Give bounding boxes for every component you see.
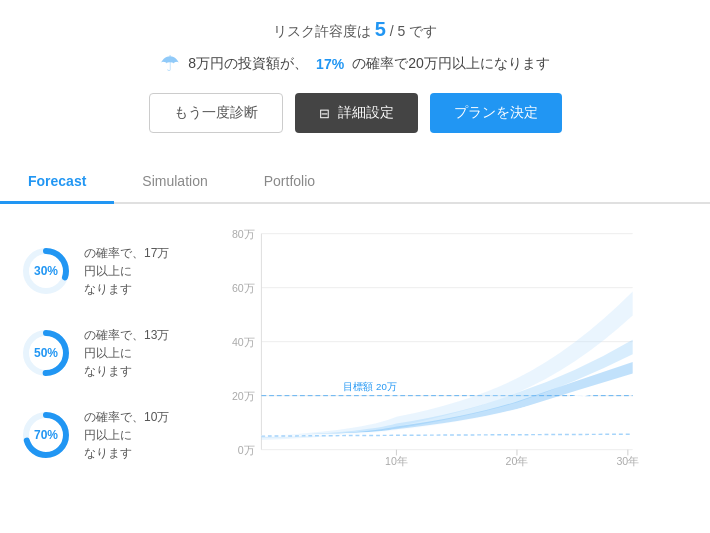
legend-item-70: 70% の確率で、10万円以上に なります xyxy=(20,408,170,462)
subtitle-prefix: 8万円の投資額が、 xyxy=(188,55,308,73)
donut-30: 30% xyxy=(20,245,72,297)
svg-text:40万: 40万 xyxy=(232,336,255,348)
donut-70: 70% xyxy=(20,409,72,461)
umbrella-icon: ☂ xyxy=(160,51,180,77)
legend-item-30: 30% の確率で、17万円以上に なります xyxy=(20,244,170,298)
risk-value: 5 xyxy=(375,18,386,40)
svg-text:20万: 20万 xyxy=(232,390,255,402)
top-section: リスク許容度は 5 / 5 です ☂ 8万円の投資額が、 17% の確率で20万… xyxy=(0,0,710,147)
sliders-icon: ⊟ xyxy=(319,106,330,121)
decide-button[interactable]: プランを決定 xyxy=(430,93,562,133)
tab-forecast[interactable]: Forecast xyxy=(0,161,114,204)
tab-portfolio[interactable]: Portfolio xyxy=(236,161,343,204)
subtitle-highlight: 17% xyxy=(316,56,344,72)
tab-simulation[interactable]: Simulation xyxy=(114,161,235,204)
subtitle-suffix: の確率で20万円以上になります xyxy=(352,55,550,73)
donut-label-50: 50% xyxy=(34,346,58,360)
svg-text:0万: 0万 xyxy=(238,444,255,456)
button-row: もう一度診断 ⊟ 詳細設定 プランを決定 xyxy=(20,93,690,133)
svg-text:20年: 20年 xyxy=(506,455,529,467)
donut-label-70: 70% xyxy=(34,428,58,442)
main-content: 30% の確率で、17万円以上に なります 50% の確率で、13万円以上に な… xyxy=(0,204,710,533)
forecast-chart: 80万 60万 40万 20万 0万 目標額 20万 xyxy=(190,224,680,494)
donut-label-30: 30% xyxy=(34,264,58,278)
legend-item-50: 50% の確率で、13万円以上に なります xyxy=(20,326,170,380)
legend-text-70: の確率で、10万円以上に なります xyxy=(84,408,170,462)
subtitle-row: ☂ 8万円の投資額が、 17% の確率で20万円以上になります xyxy=(20,51,690,77)
legend-text-30: の確率で、17万円以上に なります xyxy=(84,244,170,298)
legend-text-50: の確率で、13万円以上に なります xyxy=(84,326,170,380)
chart-column: 80万 60万 40万 20万 0万 目標額 20万 xyxy=(180,214,700,533)
settings-label: 詳細設定 xyxy=(338,104,394,122)
svg-text:80万: 80万 xyxy=(232,228,255,240)
risk-max: 5 xyxy=(398,23,406,39)
donut-50: 50% xyxy=(20,327,72,379)
settings-button[interactable]: ⊟ 詳細設定 xyxy=(295,93,418,133)
legend-column: 30% の確率で、17万円以上に なります 50% の確率で、13万円以上に な… xyxy=(10,214,180,533)
svg-text:60万: 60万 xyxy=(232,282,255,294)
svg-text:10年: 10年 xyxy=(385,455,408,467)
risk-suffix: です xyxy=(409,23,437,39)
retry-button[interactable]: もう一度診断 xyxy=(149,93,283,133)
tabs-bar: Forecast Simulation Portfolio xyxy=(0,161,710,204)
risk-separator: / xyxy=(390,23,394,39)
svg-text:目標額 20万: 目標額 20万 xyxy=(343,381,396,392)
svg-text:30年: 30年 xyxy=(616,455,639,467)
risk-title: リスク許容度は 5 / 5 です xyxy=(20,18,690,41)
